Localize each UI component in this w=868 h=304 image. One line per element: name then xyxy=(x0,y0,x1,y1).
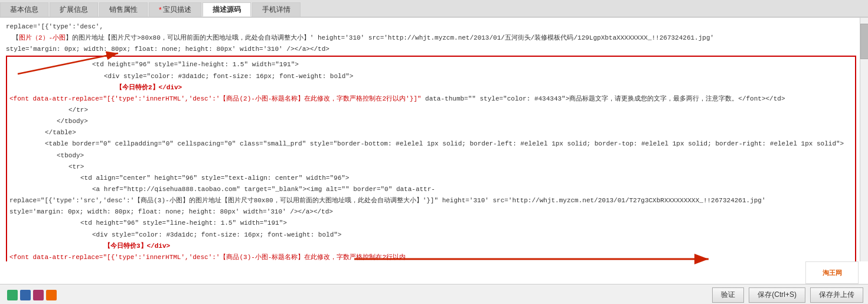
code-line: <font data-attr-replace="[{'type':'inner… xyxy=(9,252,853,261)
logo-text: 淘王网 xyxy=(823,269,842,277)
code-editor[interactable]: replace='[{'type':'desc', 【图片（2）-小图】的图片地… xyxy=(0,18,868,261)
icon-2 xyxy=(20,290,31,300)
save-upload-button[interactable]: 保存并上传 xyxy=(810,287,863,303)
code-line: <div style="color: #3da1dc; font-size: 1… xyxy=(9,71,853,82)
social-icons xyxy=(7,290,57,300)
code-line: style='margin: 0px; width: 80px; float: … xyxy=(6,44,856,54)
logo-area: 淘王网 xyxy=(805,261,859,284)
code-line: <tbody> xyxy=(9,150,853,161)
selected-region: <td height="96" style="line-height: 1.5"… xyxy=(6,56,856,261)
code-line: </tr> xyxy=(9,105,853,115)
icon-4 xyxy=(46,290,57,300)
code-line: </tbody> xyxy=(9,116,853,127)
code-line: style='margin: 0px; width: 80px; float: … xyxy=(9,206,853,217)
main-window: 基本信息 扩展信息 销售属性 * 宝贝描述 描述源码 手机详情 replace=… xyxy=(0,0,868,304)
code-line: <table border="0" cellpadding="0" cellsp… xyxy=(9,138,853,149)
code-line: <a href="http://qisehua888.taobao.com" t… xyxy=(9,184,853,195)
code-line: <div style="color: #3da1dc; font-size: 1… xyxy=(9,229,853,240)
tab-ext[interactable]: 扩展信息 xyxy=(50,2,98,17)
bottom-left-status xyxy=(5,290,707,300)
code-line: 【今日特价2】</div> xyxy=(9,82,853,93)
bottom-toolbar: 验证 保存(Ctrl+S) 保存并上传 xyxy=(0,284,868,304)
tab-mobile[interactable]: 手机详情 xyxy=(252,2,301,17)
code-line: </table> xyxy=(9,127,853,138)
icon-1 xyxy=(7,290,18,300)
scrollbar-thumb[interactable] xyxy=(860,24,868,59)
tab-gem[interactable]: * 宝贝描述 xyxy=(149,2,201,17)
tab-source[interactable]: 描述源码 xyxy=(203,2,251,17)
tab-basic[interactable]: 基本信息 xyxy=(0,2,48,17)
code-line: <td height="96" style="line-height: 1.5"… xyxy=(9,218,853,228)
code-line: replace='[{'type':'desc', xyxy=(6,21,856,32)
tab-bar: 基本信息 扩展信息 销售属性 * 宝贝描述 描述源码 手机详情 xyxy=(0,0,868,18)
validate-button[interactable]: 验证 xyxy=(712,287,744,303)
code-line: replace="[{'type':'src','desc':'【商品(3)-小… xyxy=(9,195,853,206)
editor-content: replace='[{'type':'desc', 【图片（2）-小图】的图片地… xyxy=(0,18,868,284)
code-line: <td height="96" style="line-height: 1.5"… xyxy=(9,59,853,70)
save-button[interactable]: 保存(Ctrl+S) xyxy=(749,287,805,303)
tab-sale[interactable]: 销售属性 xyxy=(99,2,148,17)
code-line: <font data-attr-replace="[{'type':'inner… xyxy=(9,93,853,104)
code-line: <td align="center" height="96" style="te… xyxy=(9,173,853,183)
code-line: <tr> xyxy=(9,161,853,172)
code-line: 【今日特价3】</div> xyxy=(9,241,853,251)
code-line: 【图片（2）-小图】的图片地址【图片尺寸>80x80，可以用前面的大图地址哦，此… xyxy=(6,33,856,43)
vertical-scrollbar[interactable] xyxy=(860,18,868,261)
icon-3 xyxy=(33,290,44,300)
